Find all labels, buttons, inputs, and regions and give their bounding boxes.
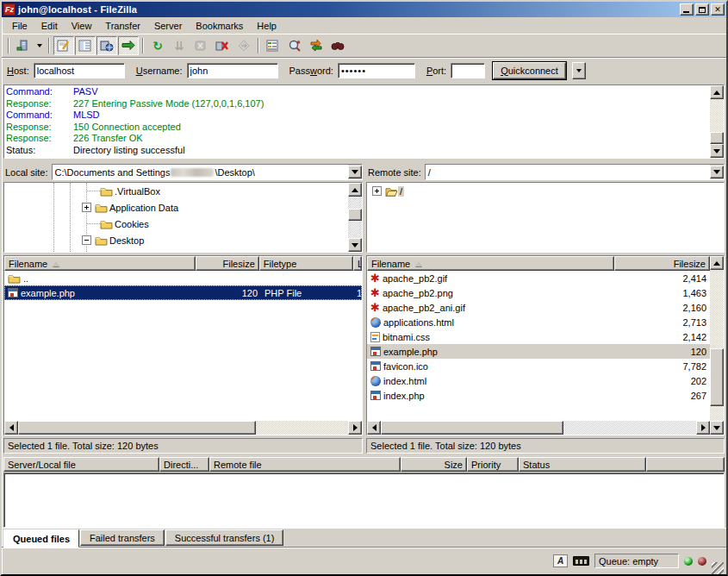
port-input[interactable] bbox=[451, 63, 485, 78]
remote-site-dropdown[interactable] bbox=[710, 166, 724, 178]
tree-item-desktop[interactable]: Desktop bbox=[4, 232, 348, 248]
log-scrollbar[interactable] bbox=[710, 85, 724, 158]
remote-site-combobox[interactable]: / bbox=[425, 164, 725, 180]
toggle-message-log-button[interactable] bbox=[53, 36, 74, 55]
menu-file[interactable]: File bbox=[5, 19, 34, 33]
scroll-thumb[interactable] bbox=[381, 421, 563, 435]
scroll-left-button[interactable] bbox=[4, 421, 18, 435]
remote-file-row-selected[interactable]: example.php 120 bbox=[367, 344, 710, 359]
host-input[interactable] bbox=[34, 63, 125, 78]
menu-view[interactable]: View bbox=[65, 19, 99, 33]
remote-list-hscrollbar[interactable] bbox=[367, 421, 710, 435]
menu-transfer[interactable]: Transfer bbox=[98, 19, 147, 33]
quickconnect-dropdown[interactable] bbox=[572, 62, 586, 79]
title-bar[interactable]: Fz john@localhost - FileZilla ✕ bbox=[2, 2, 726, 17]
scroll-thumb[interactable] bbox=[710, 348, 724, 406]
message-log-body[interactable]: Command:PASV Response:227 Entering Passi… bbox=[4, 85, 710, 158]
menu-help[interactable]: Help bbox=[250, 19, 283, 33]
remote-tree-body[interactable]: / bbox=[367, 183, 724, 252]
local-site-dropdown[interactable] bbox=[348, 166, 362, 178]
reconnect-button[interactable] bbox=[233, 36, 254, 55]
local-list-hscrollbar[interactable] bbox=[4, 421, 362, 435]
local-file-row[interactable]: .. bbox=[4, 271, 362, 285]
menu-edit[interactable]: Edit bbox=[34, 19, 65, 33]
find-files-button[interactable] bbox=[327, 36, 348, 55]
remote-list-body[interactable]: ✱apache_pb2.gif 2,414 ✱apache_pb2.png 1,… bbox=[367, 271, 710, 421]
scroll-track[interactable] bbox=[710, 99, 724, 144]
remote-list-scrollbar[interactable] bbox=[710, 256, 724, 435]
menu-bookmarks[interactable]: Bookmarks bbox=[189, 19, 250, 33]
refresh-button[interactable]: ↻ bbox=[147, 36, 168, 55]
queue-column-remote-file[interactable]: Remote file bbox=[209, 457, 401, 472]
tab-queued-files[interactable]: Queued files bbox=[3, 529, 79, 548]
remote-file-row[interactable]: bitnami.css 2,142 bbox=[367, 329, 710, 344]
scroll-track[interactable] bbox=[381, 421, 696, 435]
queue-column-direction[interactable]: Directi... bbox=[159, 457, 209, 472]
scroll-thumb[interactable] bbox=[348, 209, 362, 221]
remote-file-row[interactable]: favicon.ico 7,782 bbox=[367, 359, 710, 373]
scroll-down-button[interactable] bbox=[348, 238, 362, 252]
collapse-icon[interactable] bbox=[82, 235, 91, 245]
scroll-right-button[interactable] bbox=[696, 421, 710, 435]
queue-column-size[interactable]: Size bbox=[401, 457, 467, 472]
scroll-thumb[interactable] bbox=[710, 132, 724, 144]
tree-item-root[interactable]: / bbox=[367, 183, 724, 199]
local-site-combobox[interactable]: C:\Documents and Settings\Desktop\ bbox=[52, 164, 363, 180]
column-header-filesize[interactable]: Filesize bbox=[196, 256, 258, 271]
scroll-up-button[interactable] bbox=[348, 183, 362, 197]
remote-file-row[interactable]: index.php 267 bbox=[367, 388, 710, 403]
quickconnect-button[interactable]: Quickconnect bbox=[493, 62, 566, 79]
process-queue-button[interactable]: ⇊ bbox=[169, 36, 190, 55]
close-button[interactable]: ✕ bbox=[711, 3, 725, 16]
tab-failed-transfers[interactable]: Failed transfers bbox=[80, 529, 165, 546]
scroll-up-button[interactable] bbox=[710, 85, 724, 99]
column-header-filesize[interactable]: Filesize bbox=[614, 256, 710, 271]
local-tree-scrollbar[interactable] bbox=[348, 183, 362, 252]
scroll-right-button[interactable] bbox=[348, 421, 362, 435]
maximize-button[interactable] bbox=[695, 3, 709, 16]
remote-file-row[interactable]: ✱apache_pb2_ani.gif 2,160 bbox=[367, 300, 710, 315]
toggle-transfer-queue-button[interactable] bbox=[118, 36, 139, 55]
disconnect-button[interactable] bbox=[212, 36, 233, 55]
queue-body[interactable] bbox=[3, 473, 725, 528]
column-header-filename[interactable]: Filename bbox=[367, 256, 614, 271]
remote-file-row[interactable]: ✱apache_pb2.gif 2,414 bbox=[367, 271, 710, 285]
scroll-down-button[interactable] bbox=[710, 144, 724, 158]
tree-item-application-data[interactable]: Application Data bbox=[4, 199, 348, 216]
scroll-left-button[interactable] bbox=[367, 421, 381, 435]
local-tree-body[interactable]: .VirtualBox Application Data Cookies bbox=[4, 183, 348, 252]
tree-item-cookies[interactable]: Cookies bbox=[4, 216, 348, 232]
scroll-track[interactable] bbox=[348, 197, 362, 238]
menu-server[interactable]: Server bbox=[147, 19, 189, 33]
toggle-remote-treeview-button[interactable] bbox=[96, 36, 117, 55]
queue-column-priority[interactable]: Priority bbox=[467, 457, 519, 472]
filter-button[interactable] bbox=[263, 36, 283, 55]
remote-file-row[interactable]: index.html 202 bbox=[367, 373, 710, 388]
cancel-operation-button[interactable] bbox=[190, 36, 211, 55]
scroll-down-button[interactable] bbox=[710, 421, 724, 435]
local-list-body[interactable]: .. example.php 120 PHP File 1 bbox=[4, 271, 362, 421]
local-file-row-selected[interactable]: example.php 120 PHP File 1 bbox=[4, 285, 362, 300]
column-header-filename[interactable]: Filename bbox=[4, 256, 196, 271]
password-input[interactable] bbox=[338, 63, 415, 78]
tab-successful-transfers[interactable]: Successful transfers (1) bbox=[165, 529, 284, 546]
remote-file-row[interactable]: ✱apache_pb2.png 1,463 bbox=[367, 285, 710, 300]
synchronized-browsing-button[interactable] bbox=[306, 36, 327, 55]
scroll-track[interactable] bbox=[18, 421, 348, 435]
toggle-local-treeview-button[interactable] bbox=[75, 36, 96, 55]
site-manager-button[interactable] bbox=[13, 36, 34, 55]
expand-icon[interactable] bbox=[82, 203, 91, 212]
username-input[interactable] bbox=[187, 63, 278, 78]
resize-grip[interactable] bbox=[712, 562, 724, 574]
queue-column-status[interactable]: Status bbox=[519, 457, 646, 472]
minimize-button[interactable] bbox=[680, 3, 694, 16]
scroll-up-button[interactable] bbox=[710, 256, 724, 270]
scroll-track[interactable] bbox=[710, 270, 724, 421]
expand-icon[interactable] bbox=[372, 186, 382, 196]
remote-file-row[interactable]: applications.html 2,713 bbox=[367, 315, 710, 329]
column-header-filetype[interactable]: Filetype bbox=[259, 256, 353, 271]
tree-item-virtualbox[interactable]: .VirtualBox bbox=[4, 183, 348, 199]
column-header-lastmodified[interactable]: L bbox=[353, 256, 362, 271]
scroll-thumb[interactable] bbox=[18, 421, 256, 435]
queue-column-server-local-file[interactable]: Server/Local file bbox=[3, 457, 159, 472]
